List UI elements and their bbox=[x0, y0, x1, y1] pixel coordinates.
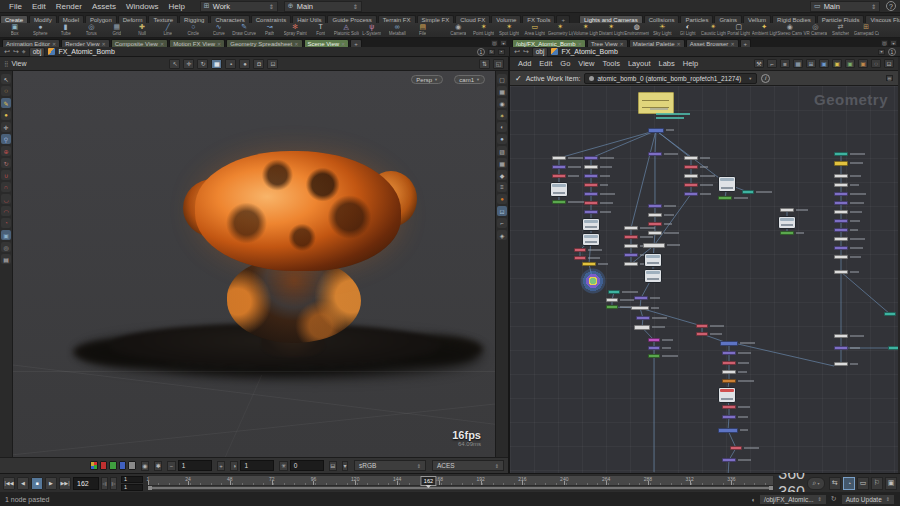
right-tab-asset-browser[interactable]: Asset Browser✕ bbox=[686, 39, 739, 47]
flipbook-icon[interactable]: ▤ bbox=[1, 254, 11, 264]
graph-node[interactable] bbox=[624, 244, 638, 248]
graph-node[interactable] bbox=[552, 165, 566, 169]
snapshot-icon[interactable]: ⊡ bbox=[267, 59, 278, 69]
right-tab-obj-fx-atomic-bomb[interactable]: /obj/FX_Atomic_Bomb✕ bbox=[512, 39, 586, 47]
menu-render[interactable]: Render bbox=[51, 2, 87, 11]
green-channel-button[interactable] bbox=[109, 461, 117, 470]
net-menu-labs[interactable]: Labs bbox=[654, 59, 678, 68]
playhead[interactable]: 162 bbox=[421, 476, 436, 486]
shelf-tab-guide-process[interactable]: Guide Process bbox=[327, 15, 376, 23]
rotate-icon[interactable]: ↻ bbox=[197, 59, 208, 69]
pin-icon[interactable]: ⌖ bbox=[22, 48, 26, 56]
grid-toggle-icon[interactable]: ▦ bbox=[497, 158, 507, 168]
file-cache-node[interactable] bbox=[718, 387, 736, 403]
display-icon[interactable]: ■ bbox=[780, 59, 790, 68]
red-channel-button[interactable] bbox=[100, 461, 108, 470]
current-node-path[interactable]: FX_Atomic_Bomb bbox=[58, 48, 114, 55]
graph-node[interactable] bbox=[648, 338, 660, 342]
graph-node[interactable] bbox=[718, 196, 732, 200]
graph-node[interactable] bbox=[648, 204, 662, 208]
left-tab-new[interactable]: + bbox=[350, 39, 362, 47]
select-tool-icon[interactable]: ↖ bbox=[1, 74, 11, 84]
secure-selection-icon[interactable]: ▪ bbox=[225, 59, 236, 69]
menu-edit[interactable]: Edit bbox=[27, 2, 51, 11]
shelf-tool-box[interactable]: ▣Box bbox=[2, 23, 28, 36]
shelf-tool-ambient-light[interactable]: ✦Ambient Light bbox=[752, 23, 778, 36]
hierarchy-icon[interactable]: ⌐ bbox=[767, 59, 777, 68]
materials-icon[interactable]: ● bbox=[497, 134, 507, 144]
graph-node[interactable] bbox=[582, 262, 596, 266]
file-cache-node[interactable] bbox=[582, 233, 600, 246]
layout-quad-icon[interactable]: ▦ bbox=[497, 86, 507, 96]
file-cache-node[interactable] bbox=[644, 269, 662, 283]
graph-node[interactable] bbox=[606, 305, 618, 309]
graph-node[interactable] bbox=[834, 152, 848, 156]
pane-grip-icon[interactable]: ⣿ bbox=[4, 60, 8, 67]
range-slider[interactable] bbox=[147, 486, 774, 491]
visualizer-icon[interactable]: ◈ bbox=[497, 230, 507, 240]
network-graph-canvas[interactable]: Geometry bbox=[510, 86, 898, 473]
net-menu-edit[interactable]: Edit bbox=[535, 59, 556, 68]
graph-node[interactable] bbox=[834, 219, 848, 223]
file-cache-node[interactable] bbox=[778, 216, 796, 229]
dropdown-icon[interactable]: ▾ bbox=[878, 49, 885, 55]
left-tab-motion-fx-view[interactable]: Motion FX View✕ bbox=[169, 39, 225, 47]
playbar-zoom-button[interactable]: ⌕▾ bbox=[807, 477, 825, 490]
shelf-tool-geometry-light[interactable]: ✶Geometry Light bbox=[548, 23, 574, 36]
range-handle-right[interactable] bbox=[769, 486, 773, 490]
brightness-field[interactable]: 0 bbox=[290, 460, 324, 471]
shelf-tab-viscous-fluids[interactable]: Viscous Fluids bbox=[865, 15, 900, 23]
shelf-tool-line[interactable]: ╱Line bbox=[155, 23, 181, 36]
shelf-tool-caustic-light[interactable]: ✴Caustic Light bbox=[701, 23, 727, 36]
graph-node[interactable] bbox=[634, 325, 650, 330]
graph-node[interactable] bbox=[834, 362, 848, 366]
pane-menu-icon[interactable]: ▾ bbox=[500, 40, 507, 46]
shelf-tab-cloud-fx[interactable]: Cloud FX bbox=[455, 15, 490, 23]
shelf-tab-constraints[interactable]: Constraints bbox=[251, 15, 291, 23]
file-cache-node[interactable] bbox=[550, 182, 568, 197]
current-frame-field[interactable]: 162 bbox=[73, 477, 99, 490]
shelf-tab-rigid-bodies[interactable]: Rigid Bodies bbox=[772, 15, 816, 23]
graph-node[interactable] bbox=[780, 231, 794, 235]
shelf-tab-collisions[interactable]: Collisions bbox=[644, 15, 680, 23]
brightness-icon[interactable]: ✳ bbox=[279, 461, 287, 471]
shelf-tool-point-light[interactable]: ✶Point Light bbox=[471, 23, 497, 36]
right-desktop-selector[interactable]: ▭ Main ⇕ bbox=[810, 1, 880, 12]
graph-node[interactable] bbox=[722, 370, 736, 374]
shelf-tab-create[interactable]: Create bbox=[0, 15, 28, 23]
graph-node[interactable] bbox=[624, 253, 638, 257]
graph-node[interactable] bbox=[742, 190, 754, 194]
lighting-icon[interactable]: ✶ bbox=[497, 110, 507, 120]
snap-edge-icon[interactable]: ∩ bbox=[1, 182, 11, 192]
info-icon[interactable]: i bbox=[761, 74, 770, 83]
frame-all-icon[interactable]: ⊡ bbox=[884, 59, 894, 68]
shelf-tool-camera[interactable]: ◉Camera bbox=[446, 23, 472, 36]
graph-node[interactable] bbox=[552, 156, 566, 160]
file-cache-node[interactable] bbox=[644, 253, 662, 267]
right-tab-new[interactable]: + bbox=[740, 39, 752, 47]
graph-node[interactable] bbox=[648, 222, 662, 226]
pane-split-icon[interactable]: ◫ bbox=[881, 40, 888, 46]
handle-align-icon[interactable]: ⊕ bbox=[1, 146, 11, 156]
link-group-icon[interactable]: 1 bbox=[477, 48, 485, 56]
context-path-select[interactable]: /obj/FX_Atomic...⇕ bbox=[759, 494, 827, 505]
shelf-tool-null[interactable]: ✚Null bbox=[130, 23, 156, 36]
desktop-selector[interactable]: ⊞ Work ⇕ bbox=[200, 1, 278, 12]
graph-node[interactable] bbox=[720, 341, 738, 346]
contrast-icon[interactable]: ◑ bbox=[230, 461, 238, 471]
shelf-tool-torus[interactable]: ◎Torus bbox=[79, 23, 105, 36]
graph-node[interactable] bbox=[722, 351, 736, 355]
graph-node[interactable] bbox=[584, 201, 598, 205]
left-tab-render-view[interactable]: Render View✕ bbox=[61, 39, 109, 47]
view-select-icon[interactable]: ▣ bbox=[1, 230, 11, 240]
graph-node[interactable] bbox=[606, 298, 618, 302]
graph-node[interactable] bbox=[834, 183, 848, 187]
shelf-tab-particles[interactable]: Particles bbox=[680, 15, 713, 23]
shelf-tool-vr-camera[interactable]: ◎VR Camera bbox=[803, 23, 829, 36]
pane-maximize-icon[interactable]: ◱ bbox=[493, 59, 504, 69]
graph-node[interactable] bbox=[834, 255, 848, 259]
play-button[interactable]: ▶ bbox=[45, 477, 57, 490]
graph-node[interactable] bbox=[634, 296, 648, 300]
range-bar[interactable] bbox=[152, 487, 769, 489]
graph-node[interactable] bbox=[648, 346, 660, 350]
